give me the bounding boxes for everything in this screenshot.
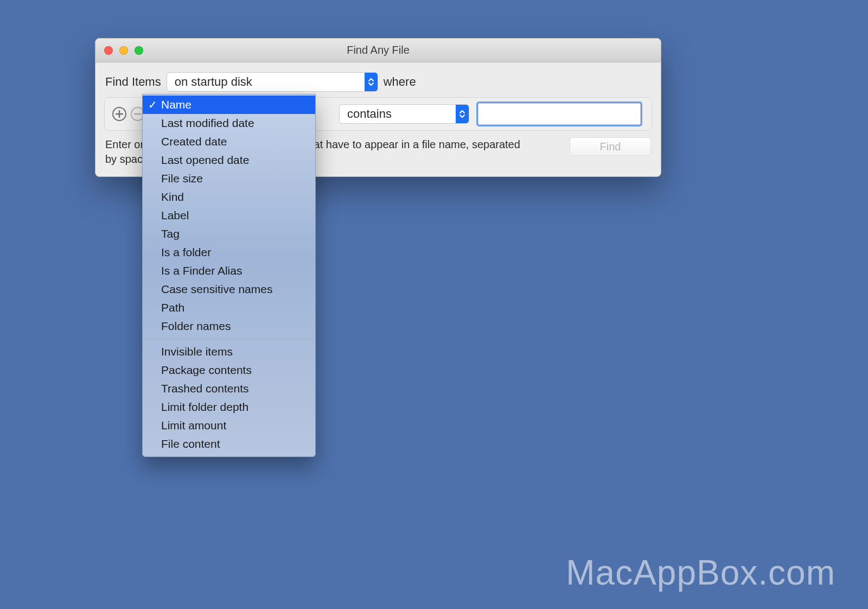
scope-popup-value: on startup disk <box>175 75 252 89</box>
menu-separator <box>143 339 315 339</box>
menu-item-label: File content <box>161 437 220 451</box>
attribute-dropdown-menu: ✓NameLast modified dateCreated dateLast … <box>142 94 316 457</box>
where-label: where <box>384 75 416 89</box>
menu-item-label: Tag <box>161 227 180 240</box>
menu-item-name[interactable]: ✓Name <box>143 96 315 114</box>
menu-item-label: Last modified date <box>161 117 254 130</box>
menu-item-label: Case sensitive names <box>161 283 272 296</box>
scope-row: Find Items on startup disk where <box>104 70 652 97</box>
menu-item-label: Trashed contents <box>161 382 248 395</box>
menu-item-folder-names[interactable]: Folder names <box>143 317 315 335</box>
minus-icon <box>134 110 142 118</box>
menu-item-path[interactable]: Path <box>143 299 315 317</box>
menu-item-label: Limit amount <box>161 419 226 432</box>
menu-item-file-content[interactable]: File content <box>143 435 315 453</box>
menu-item-last-opened-date[interactable]: Last opened date <box>143 151 315 169</box>
menu-item-label: Limit folder depth <box>161 401 248 414</box>
watermark-text: MacAppBox.com <box>566 553 835 593</box>
menu-item-label: Last opened date <box>161 154 249 167</box>
menu-item-limit-folder-depth[interactable]: Limit folder depth <box>143 398 315 416</box>
chevron-updown-icon <box>456 105 469 123</box>
menu-item-label[interactable]: Label <box>143 206 315 225</box>
menu-item-tag[interactable]: Tag <box>143 225 315 243</box>
chevron-updown-icon <box>365 73 378 91</box>
window-title: Find Any File <box>95 44 661 56</box>
checkmark-icon: ✓ <box>148 98 157 111</box>
menu-item-label: Invisible items <box>161 345 233 358</box>
menu-item-trashed-contents[interactable]: Trashed contents <box>143 379 315 398</box>
operator-popup-value: contains <box>347 107 392 121</box>
menu-item-label: Kind <box>161 191 184 204</box>
menu-item-label: Label <box>161 209 189 222</box>
plus-icon <box>116 110 123 118</box>
menu-item-last-modified-date[interactable]: Last modified date <box>143 114 315 132</box>
menu-item-label: Path <box>161 301 184 314</box>
criteria-row-buttons <box>112 107 145 121</box>
menu-item-label: Created date <box>161 135 227 148</box>
search-value-input[interactable] <box>478 103 641 125</box>
menu-item-file-size[interactable]: File size <box>143 169 315 188</box>
menu-item-label: Folder names <box>161 320 231 333</box>
titlebar: Find Any File <box>95 39 661 62</box>
operator-popup[interactable]: contains <box>339 104 469 124</box>
menu-item-label: Name <box>161 98 192 111</box>
menu-item-label: Package contents <box>161 364 252 377</box>
menu-item-label: Is a Finder Alias <box>161 264 242 277</box>
menu-item-kind[interactable]: Kind <box>143 188 315 206</box>
menu-item-is-a-finder-alias[interactable]: Is a Finder Alias <box>143 262 315 280</box>
menu-item-created-date[interactable]: Created date <box>143 132 315 151</box>
menu-item-label: File size <box>161 172 203 185</box>
add-criteria-button[interactable] <box>112 107 126 121</box>
scope-popup[interactable]: on startup disk <box>167 72 378 92</box>
find-button[interactable]: Find <box>570 137 651 156</box>
menu-item-package-contents[interactable]: Package contents <box>143 361 315 379</box>
menu-item-is-a-folder[interactable]: Is a folder <box>143 243 315 262</box>
find-items-label: Find Items <box>105 75 161 89</box>
menu-item-case-sensitive-names[interactable]: Case sensitive names <box>143 280 315 299</box>
menu-item-limit-amount[interactable]: Limit amount <box>143 416 315 435</box>
menu-item-invisible-items[interactable]: Invisible items <box>143 342 315 361</box>
menu-item-label: Is a folder <box>161 246 211 259</box>
